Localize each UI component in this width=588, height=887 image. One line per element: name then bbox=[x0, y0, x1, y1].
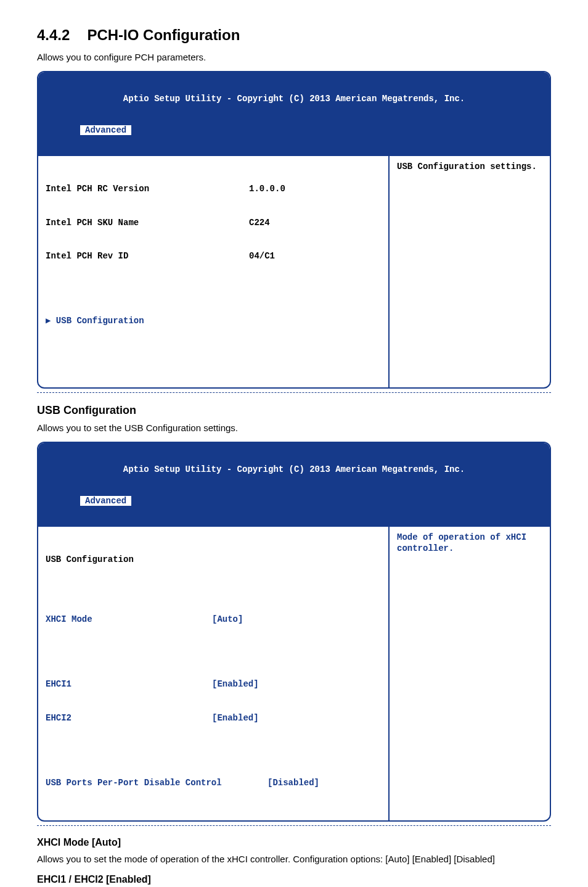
row-pch-rc-version: Intel PCH RC Version1.0.0.0 bbox=[46, 183, 381, 194]
xhci-desc: Allows you to set the mode of operation … bbox=[37, 852, 551, 865]
tab-advanced[interactable]: Advanced bbox=[80, 496, 131, 506]
row-pch-rev-id: Intel PCH Rev ID04/C1 bbox=[46, 250, 381, 262]
section-number: 4.4.2 bbox=[37, 27, 70, 43]
label: EHCI1 bbox=[46, 679, 212, 690]
tab-spacer bbox=[41, 125, 80, 136]
help-text: Mode of operation of xHCI controller. bbox=[397, 532, 526, 553]
label: Intel PCH Rev ID bbox=[46, 250, 249, 262]
bios-left-panel: USB Configuration XHCI Mode[Auto] EHCI1[… bbox=[38, 527, 390, 820]
section-title-text: PCH-IO Configuration bbox=[87, 27, 240, 43]
tab-advanced[interactable]: Advanced bbox=[80, 125, 131, 136]
row-pch-sku-name: Intel PCH SKU NameC224 bbox=[46, 217, 381, 228]
usb-configuration-desc: Allows you to set the USB Configuration … bbox=[37, 421, 551, 434]
section-heading: 4.4.2PCH-IO Configuration bbox=[37, 25, 551, 46]
value: [Auto] bbox=[212, 614, 243, 625]
bios-body: USB Configuration XHCI Mode[Auto] EHCI1[… bbox=[38, 527, 550, 820]
bios-help-panel: Mode of operation of xHCI controller. bbox=[390, 527, 550, 820]
bios-panel-pch: Aptio Setup Utility - Copyright (C) 2013… bbox=[37, 71, 551, 389]
value: C224 bbox=[249, 217, 270, 228]
bios-header-title: Aptio Setup Utility - Copyright (C) 2013… bbox=[41, 94, 547, 104]
row-xhci-mode[interactable]: XHCI Mode[Auto] bbox=[46, 614, 381, 625]
submenu-usb-configuration[interactable]: ▶ USB Configuration bbox=[46, 315, 381, 326]
spacer bbox=[46, 588, 381, 592]
heading-ehci: EHCI1 / EHCI2 [Enabled] bbox=[37, 873, 551, 886]
label: Intel PCH RC Version bbox=[46, 183, 249, 194]
tab-spacer bbox=[41, 496, 80, 506]
bios-header-title: Aptio Setup Utility - Copyright (C) 2013… bbox=[41, 464, 547, 475]
label: Intel PCH SKU Name bbox=[46, 217, 249, 228]
dashed-separator bbox=[37, 825, 551, 826]
label: USB Ports Per-Port Disable Control bbox=[46, 777, 267, 788]
bios-help-panel: USB Configuration settings. bbox=[390, 156, 550, 387]
heading-usb-configuration: USB Configuration bbox=[37, 403, 551, 418]
submenu-label: USB Configuration bbox=[56, 315, 144, 326]
bios-tab-row: Advanced bbox=[41, 125, 547, 136]
row-ehci1[interactable]: EHCI1[Enabled] bbox=[46, 679, 381, 690]
spacer bbox=[46, 284, 381, 293]
value: [Disabled] bbox=[267, 777, 319, 788]
heading-xhci-mode: XHCI Mode [Auto] bbox=[37, 836, 551, 849]
bios-body: Intel PCH RC Version1.0.0.0 Intel PCH SK… bbox=[38, 156, 550, 387]
section-intro: Allows you to configure PCH parameters. bbox=[37, 51, 551, 64]
dashed-separator bbox=[37, 392, 551, 393]
spacer bbox=[46, 349, 381, 355]
spacer bbox=[46, 746, 381, 754]
label: USB Configuration bbox=[46, 554, 134, 565]
row-usb-config-title: USB Configuration bbox=[46, 554, 381, 565]
spacer bbox=[46, 648, 381, 656]
value: 04/C1 bbox=[249, 250, 275, 262]
triangle-right-icon: ▶ bbox=[46, 315, 56, 326]
bios-panel-usb: Aptio Setup Utility - Copyright (C) 2013… bbox=[37, 442, 551, 822]
value: [Enabled] bbox=[212, 679, 259, 690]
label: XHCI Mode bbox=[46, 614, 212, 625]
row-ehci2[interactable]: EHCI2[Enabled] bbox=[46, 712, 381, 724]
row-per-port-disable[interactable]: USB Ports Per-Port Disable Control[Disab… bbox=[46, 777, 381, 788]
help-text: USB Configuration settings. bbox=[397, 162, 537, 171]
value: 1.0.0.0 bbox=[249, 183, 285, 194]
value: [Enabled] bbox=[212, 712, 259, 724]
bios-header: Aptio Setup Utility - Copyright (C) 2013… bbox=[38, 443, 550, 527]
bios-header: Aptio Setup Utility - Copyright (C) 2013… bbox=[38, 72, 550, 156]
label: EHCI2 bbox=[46, 712, 212, 724]
bios-left-panel: Intel PCH RC Version1.0.0.0 Intel PCH SK… bbox=[38, 156, 390, 387]
bios-tab-row: Advanced bbox=[41, 496, 547, 506]
